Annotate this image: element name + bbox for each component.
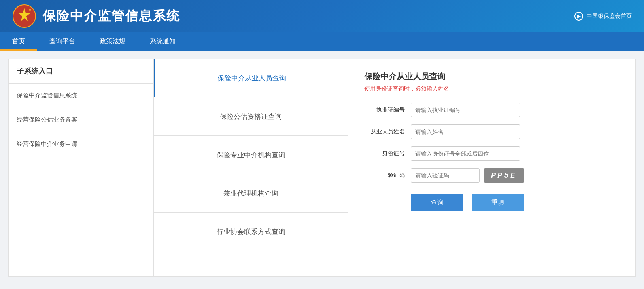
captcha-image[interactable]: PP5E xyxy=(484,168,524,183)
sidebar: 子系统入口 保险中介监管信息系统 经营保险公估业务备案 经营保险中介业务申请 xyxy=(8,59,154,277)
nav-item-home[interactable]: 首页 xyxy=(0,32,37,51)
nav-item-notice[interactable]: 系统通知 xyxy=(138,32,188,51)
home-icon: ▶ xyxy=(574,12,583,21)
middle-item-staff[interactable]: 保险中介从业人员查询 xyxy=(154,59,348,97)
name-label: 从业人员姓名 xyxy=(364,128,405,135)
sidebar-item-appraisal[interactable]: 经营保险公估业务备案 xyxy=(9,108,153,132)
sidebar-title: 子系统入口 xyxy=(9,59,153,84)
sidebar-item-management[interactable]: 保险中介监管信息系统 xyxy=(9,84,153,108)
captcha-input[interactable] xyxy=(411,168,480,183)
middle-menu: 保险中介从业人员查询 保险公估资格证查询 保险专业中介机构查询 兼业代理机构查询… xyxy=(154,59,348,277)
form-title: 保险中介从业人员查询 xyxy=(364,71,619,82)
captcha-row: 验证码 PP5E xyxy=(364,168,619,183)
button-row: 查询 重填 xyxy=(411,194,619,211)
form-panel: 保险中介从业人员查询 使用身份证查询时，必须输入姓名 执业证编号 从业人员姓名 … xyxy=(348,59,636,277)
name-input[interactable] xyxy=(411,124,520,139)
site-title: 保险中介监管信息系统 xyxy=(43,7,180,25)
home-link[interactable]: ▶ 中国银保监会首页 xyxy=(574,12,632,21)
reset-button[interactable]: 重填 xyxy=(472,194,524,211)
main-content: 子系统入口 保险中介监管信息系统 经营保险公估业务备案 经营保险中介业务申请 保… xyxy=(0,51,644,285)
nav-item-policy[interactable]: 政策法规 xyxy=(87,32,138,51)
main-nav: 首页 查询平台 政策法规 系统通知 xyxy=(0,32,644,51)
nav-item-query[interactable]: 查询平台 xyxy=(37,32,87,51)
middle-item-appraisal-cert[interactable]: 保险公估资格证查询 xyxy=(154,97,348,136)
id-row: 身份证号 xyxy=(364,146,619,161)
license-row: 执业证编号 xyxy=(364,103,619,117)
header: 保险中介监管信息系统 ▶ 中国银保监会首页 xyxy=(0,0,644,32)
header-left: 保险中介监管信息系统 xyxy=(12,4,180,28)
name-row: 从业人员姓名 xyxy=(364,124,619,139)
middle-item-concurrent[interactable]: 兼业代理机构查询 xyxy=(154,174,348,213)
license-input[interactable] xyxy=(411,103,520,117)
middle-item-professional[interactable]: 保险专业中介机构查询 xyxy=(154,136,348,174)
captcha-label: 验证码 xyxy=(364,172,405,179)
query-button[interactable]: 查询 xyxy=(411,194,463,211)
id-input[interactable] xyxy=(411,146,520,161)
form-warning: 使用身份证查询时，必须输入姓名 xyxy=(364,85,619,93)
license-label: 执业证编号 xyxy=(364,106,405,114)
logo-emblem xyxy=(12,4,36,28)
sidebar-item-intermediary[interactable]: 经营保险中介业务申请 xyxy=(9,132,153,156)
home-link-label: 中国银保监会首页 xyxy=(587,13,632,20)
id-label: 身份证号 xyxy=(364,150,405,157)
middle-item-association[interactable]: 行业协会联系方式查询 xyxy=(154,213,348,251)
captcha-container: PP5E xyxy=(411,168,524,183)
